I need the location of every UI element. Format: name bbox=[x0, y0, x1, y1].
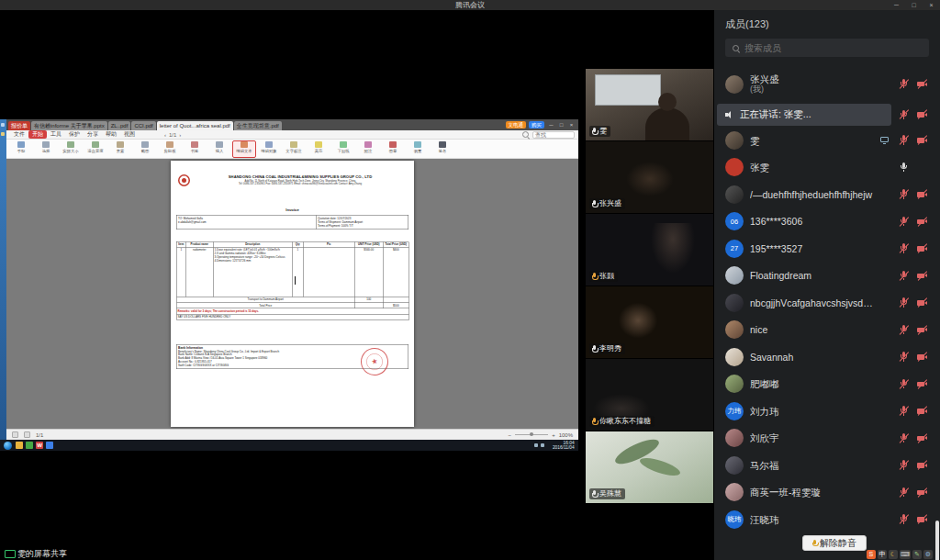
toolbar-button[interactable]: 适合宽度 bbox=[84, 140, 107, 158]
toolbar-button[interactable]: 插入 bbox=[207, 140, 231, 158]
toolbar-button[interactable]: 测量 bbox=[406, 140, 430, 158]
menu-item[interactable]: 开始 bbox=[28, 130, 47, 139]
menu-item[interactable]: 帮助 bbox=[102, 130, 120, 139]
mic-icon[interactable] bbox=[898, 351, 910, 363]
member-row[interactable]: 晓玮 汪晓玮 bbox=[714, 506, 940, 533]
mic-icon[interactable] bbox=[898, 378, 910, 390]
camera-icon[interactable] bbox=[916, 109, 928, 121]
zoom-slider[interactable] bbox=[515, 434, 548, 435]
member-row[interactable]: 06 136****3606 bbox=[714, 208, 940, 236]
taskbar-app-icon[interactable]: W bbox=[36, 442, 43, 449]
camera-icon[interactable] bbox=[916, 78, 928, 90]
member-row[interactable]: 力玮 刘力玮 bbox=[714, 398, 940, 425]
start-button[interactable] bbox=[4, 442, 12, 450]
member-row[interactable]: 张雯 bbox=[714, 154, 940, 182]
toolbar-button[interactable]: 剪贴板 bbox=[158, 140, 182, 158]
member-row[interactable]: 马尔福 bbox=[714, 452, 940, 479]
member-search-box[interactable] bbox=[725, 39, 929, 57]
ime-icon[interactable]: ⌨ bbox=[900, 550, 911, 559]
camera-icon[interactable] bbox=[916, 242, 928, 254]
toolbar-button[interactable]: 图章 bbox=[381, 140, 405, 158]
mic-icon[interactable] bbox=[898, 188, 910, 200]
document-tab[interactable]: CCI.pdf bbox=[131, 121, 155, 130]
camera-icon[interactable] bbox=[916, 270, 928, 282]
ime-icon[interactable]: S bbox=[867, 550, 876, 559]
prev-page-icon[interactable]: ‹ bbox=[164, 132, 166, 138]
app-minimize-icon[interactable]: ─ bbox=[546, 120, 556, 129]
next-page-icon[interactable]: › bbox=[179, 132, 181, 138]
toolbar-button[interactable]: 书签 bbox=[183, 140, 207, 158]
toolbar-button[interactable]: 选择 bbox=[34, 140, 58, 158]
document-tab[interactable]: 全生竞现货意.pdf bbox=[234, 121, 282, 130]
camera-icon[interactable] bbox=[916, 188, 928, 200]
taskbar-clock[interactable]: 16:04 2016/11/04 bbox=[553, 441, 575, 450]
buy-button[interactable]: 购买 bbox=[529, 121, 544, 129]
menu-item[interactable]: 保护 bbox=[65, 130, 84, 139]
document-tab[interactable]: 报价单 bbox=[8, 121, 30, 130]
video-thumbnail[interactable]: 张颢 bbox=[586, 214, 713, 286]
tray-volume-icon[interactable] bbox=[541, 443, 544, 447]
toolbar-button[interactable]: 套索 bbox=[108, 140, 132, 158]
find-input[interactable] bbox=[532, 131, 575, 139]
video-thumbnail[interactable]: 李明秀 bbox=[586, 286, 713, 358]
mic-icon[interactable] bbox=[898, 405, 910, 417]
mic-icon[interactable] bbox=[898, 78, 910, 90]
ime-icon[interactable]: ⚙ bbox=[923, 550, 933, 559]
camera-icon[interactable] bbox=[916, 432, 928, 444]
toolbar-button[interactable]: 实际大小 bbox=[59, 140, 83, 158]
document-tab[interactable]: letter of Quot...africa seal.pdf bbox=[157, 121, 233, 130]
mic-icon[interactable] bbox=[898, 297, 910, 308]
member-row[interactable]: 肥嘟嘟 bbox=[714, 371, 940, 398]
camera-icon[interactable] bbox=[916, 297, 928, 308]
maximize-icon[interactable]: □ bbox=[905, 0, 923, 10]
app-maximize-icon[interactable]: □ bbox=[556, 120, 566, 129]
unmute-button[interactable]: 解除静音 bbox=[802, 535, 867, 551]
toolbar-button[interactable]: 签名 bbox=[431, 140, 454, 158]
zoom-in-icon[interactable]: + bbox=[552, 432, 555, 438]
camera-icon[interactable] bbox=[916, 513, 928, 525]
camera-icon[interactable] bbox=[916, 405, 928, 417]
video-thumbnail[interactable]: 吴殊慧 bbox=[586, 431, 713, 503]
menu-item[interactable]: 视图 bbox=[120, 130, 139, 139]
mic-icon[interactable] bbox=[898, 162, 910, 174]
member-row[interactable]: nice bbox=[714, 317, 940, 344]
member-row[interactable]: 张兴盛 (我) bbox=[714, 67, 940, 101]
ime-icon[interactable]: ☾ bbox=[889, 550, 898, 559]
member-row[interactable]: nbcgjjhVcafgahavcshsjvsdhjakabavhajb bbox=[714, 289, 940, 317]
mic-icon[interactable] bbox=[898, 216, 910, 228]
camera-icon[interactable] bbox=[916, 487, 928, 498]
camera-icon[interactable] bbox=[916, 459, 928, 471]
mic-icon[interactable] bbox=[898, 109, 910, 121]
camera-icon[interactable] bbox=[916, 216, 928, 228]
minimize-icon[interactable]: ─ bbox=[888, 0, 905, 10]
mic-icon[interactable] bbox=[898, 459, 910, 471]
toolbar-button[interactable]: 截图 bbox=[133, 140, 157, 158]
toolbar-button[interactable]: 下划线 bbox=[331, 140, 355, 158]
member-row[interactable]: 商英一班-程雯璇 bbox=[714, 479, 940, 507]
member-row[interactable]: 雯 bbox=[714, 127, 940, 154]
document-tab[interactable]: 有信赖informe 关于苹果.pptx bbox=[31, 121, 107, 130]
mic-icon[interactable] bbox=[898, 324, 910, 336]
toolbar-button[interactable]: 文字标注 bbox=[282, 140, 306, 158]
mic-icon[interactable] bbox=[898, 513, 910, 525]
member-row[interactable]: 刘欣宇 bbox=[714, 425, 940, 453]
document-canvas[interactable]: SHANDONG CHINA COAL INDUSTRIAL&MINING SU… bbox=[6, 159, 578, 429]
close-icon[interactable]: × bbox=[923, 0, 940, 10]
menu-item[interactable]: 工具 bbox=[47, 130, 65, 139]
member-row[interactable]: 27 195****3527 bbox=[714, 235, 940, 263]
member-row[interactable]: Savannah bbox=[714, 343, 940, 371]
search-input[interactable] bbox=[744, 43, 923, 53]
toolbar-button[interactable]: 编辑文本 bbox=[232, 140, 256, 158]
scrollbar-thumb[interactable] bbox=[935, 521, 939, 560]
taskbar-app-icon[interactable] bbox=[26, 442, 33, 449]
camera-icon[interactable] bbox=[916, 351, 928, 363]
ime-icon[interactable]: 中 bbox=[878, 550, 887, 559]
camera-icon[interactable] bbox=[916, 324, 928, 336]
mic-icon[interactable] bbox=[898, 487, 910, 498]
toolbar-button[interactable]: 手型 bbox=[9, 140, 33, 158]
taskbar-app-icon[interactable] bbox=[46, 442, 53, 449]
tray-network-icon[interactable] bbox=[534, 443, 538, 447]
mic-icon[interactable] bbox=[898, 134, 910, 146]
video-thumbnail[interactable]: 你瞅东东不撞糖 bbox=[586, 359, 713, 431]
video-thumbnail[interactable]: 雯 bbox=[586, 69, 713, 140]
